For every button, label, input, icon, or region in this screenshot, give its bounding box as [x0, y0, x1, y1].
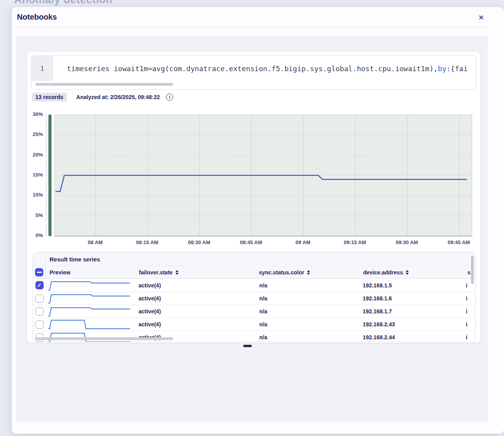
close-button[interactable]: ✕ — [476, 13, 486, 23]
column-label: sync.status.color — [259, 269, 304, 276]
line-number: 1 — [40, 65, 44, 72]
sync-status-cell: n/a — [253, 318, 358, 331]
preview-sparkline — [48, 293, 131, 304]
query-text: timeseries iowait1m=avg(com.dynatrace.ex… — [67, 64, 438, 73]
row-checkbox[interactable] — [35, 294, 44, 303]
x-axis-tick: 08:45 AM — [231, 239, 271, 245]
dql-editor[interactable]: 1 timeseries iowait1m=avg(com.dynatrace.… — [31, 55, 476, 90]
y-axis-tick: 30% — [33, 111, 43, 117]
sort-icon — [406, 270, 409, 275]
check-icon: ✓ — [37, 283, 42, 288]
preview-sparkline — [48, 319, 131, 329]
y-axis-line — [46, 114, 46, 236]
x-axis-tick: 09 AM — [283, 239, 323, 245]
info-icon-glyph: i — [169, 95, 170, 99]
editor-horizontal-scrollbar[interactable] — [35, 83, 173, 86]
query-text-tail: {fai — [450, 64, 467, 73]
table-row[interactable]: active(4) n/a 192.168.1.7 i — [33, 305, 475, 318]
info-icon[interactable]: i — [166, 94, 173, 101]
query-result-card: 1 timeseries iowait1m=avg(com.dynatrace.… — [27, 51, 481, 343]
table-title: Result time series — [46, 252, 100, 266]
notebook-section-panel: 1 timeseries iowait1m=avg(com.dynatrace.… — [16, 35, 488, 422]
failover-state-cell: active(4) — [133, 279, 253, 292]
row-checkbox[interactable] — [35, 307, 44, 316]
clipped-cell: i — [462, 318, 475, 331]
device-address-cell: 192.168.1.5 — [358, 279, 462, 292]
failover-state-cell: active(4) — [133, 305, 253, 318]
column-label: failover.state — [139, 269, 173, 276]
table-row[interactable]: ✓ active(4) n/a 192.168.1.5 i — [33, 279, 475, 292]
preview-cell — [46, 331, 133, 342]
clipped-cell: i — [462, 292, 475, 305]
sort-icon — [307, 270, 310, 275]
column-header-sync-status-color[interactable]: sync.status.color — [253, 266, 358, 278]
preview-sparkline — [48, 280, 131, 291]
sync-status-cell: n/a — [253, 305, 358, 318]
device-address-cell: 192.168.2.44 — [358, 331, 462, 342]
result-table: Result time series Preview failover.stat… — [33, 252, 476, 342]
sync-status-cell: n/a — [253, 331, 358, 342]
table-header-row: Preview failover.state sync.status.color… — [33, 266, 475, 279]
column-header-device-address[interactable]: device.address — [358, 266, 462, 278]
select-all-checkbox[interactable] — [35, 268, 43, 276]
column-label: Preview — [50, 269, 70, 276]
y-axis-tick: 25% — [33, 131, 43, 137]
failover-state-cell: active(4) — [133, 292, 253, 305]
clipped-cell: i — [462, 331, 475, 342]
result-meta-row: 13 records Analyzed at: 2/26/2025, 09:48… — [32, 92, 173, 102]
row-checkbox[interactable]: ✓ — [35, 281, 44, 289]
x-axis-tick: 08:30 AM — [179, 239, 219, 245]
failover-state-cell: active(4) — [133, 318, 253, 331]
table-row[interactable]: active(4) n/a 192.168.2.44 i — [33, 331, 475, 342]
chart-plot-svg — [55, 115, 472, 236]
device-address-cell: 192.168.2.43 — [358, 318, 462, 331]
notebooks-modal: Notebooks ✕ 1 timeseries iowait1m=avg(co… — [12, 7, 504, 434]
select-all-cell — [33, 266, 46, 278]
preview-sparkline — [48, 306, 131, 316]
query-input[interactable]: timeseries iowait1m=avg(com.dynatrace.ex… — [53, 56, 476, 81]
x-axis-tick: 08:15 AM — [127, 239, 167, 245]
timeseries-chart-plot[interactable] — [54, 114, 472, 236]
column-header-preview: Preview — [46, 266, 133, 278]
x-axis-tick: 09:30 AM — [387, 239, 426, 245]
close-icon: ✕ — [478, 13, 484, 22]
modal-title: Notebooks — [17, 13, 57, 22]
editor-scroll-track — [31, 81, 476, 89]
table-row[interactable]: active(4) n/a 192.168.1.6 i — [33, 292, 475, 305]
table-body: ✓ active(4) n/a 192.168.1.5 i — [33, 279, 475, 342]
x-axis-tick: 09:15 AM — [335, 239, 375, 245]
line-number-gutter: 1 — [31, 56, 53, 81]
column-header-failover-state[interactable]: failover.state — [133, 266, 253, 278]
column-label: s — [467, 269, 471, 276]
clipped-cell: i — [462, 305, 475, 318]
sync-status-cell: n/a — [253, 292, 358, 305]
table-horizontal-scrollbar[interactable] — [35, 337, 173, 340]
x-axis-tick: 09:45 AM — [439, 239, 478, 245]
failover-state-cell: active(4) — [133, 331, 253, 342]
x-axis-labels: 08 AM08:15 AM08:30 AM08:45 AM09 AM09:15 … — [54, 239, 472, 247]
resize-handle[interactable] — [243, 345, 252, 347]
records-count-badge: 13 records — [32, 93, 67, 101]
row-checkbox[interactable] — [35, 320, 44, 329]
x-axis-tick: 08 AM — [76, 239, 115, 245]
table-vertical-scrollbar[interactable] — [471, 256, 474, 284]
y-axis-tick: 15% — [33, 172, 43, 178]
device-address-cell: 192.168.1.6 — [358, 292, 462, 305]
y-axis-tick: 10% — [33, 192, 43, 198]
background-page-title: Anomaly detection — [14, 0, 113, 6]
y-axis-labels: 30%25%20%15%10%5%0% — [27, 114, 43, 236]
device-address-cell: 192.168.1.7 — [358, 305, 462, 318]
preview-cell — [46, 279, 133, 292]
preview-cell — [46, 292, 133, 305]
table-title-row: Result time series — [33, 252, 475, 266]
preview-cell — [46, 318, 133, 331]
header-divider — [16, 27, 489, 27]
y-axis-tick: 5% — [35, 212, 43, 218]
query-keyword: by: — [438, 64, 451, 73]
checkbox-column-head — [33, 252, 46, 266]
sort-icon — [175, 270, 179, 275]
sync-status-cell: n/a — [253, 279, 358, 292]
series-color-bar — [48, 114, 52, 236]
analyzed-at-text: Analyzed at: 2/26/2025, 09:48:22 — [76, 94, 160, 100]
table-row[interactable]: active(4) n/a 192.168.2.43 i — [33, 318, 475, 331]
